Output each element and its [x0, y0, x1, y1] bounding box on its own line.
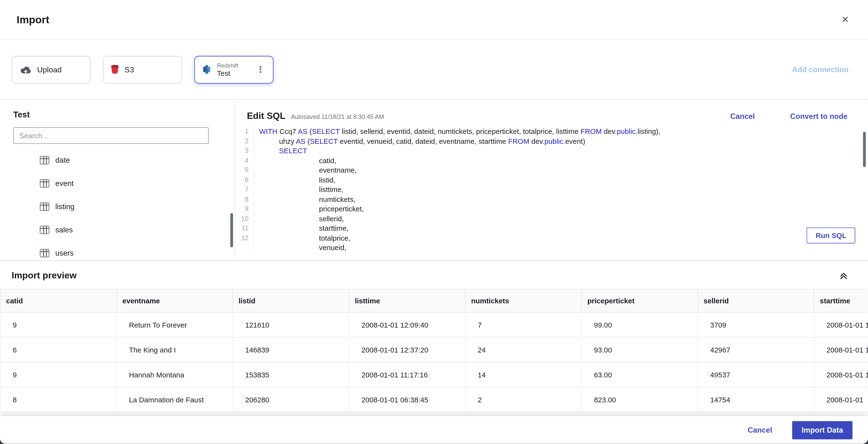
- column-header-priceperticket: priceperticket: [582, 289, 698, 312]
- table-cell: Return To Forever: [117, 312, 233, 337]
- upload-card[interactable]: Upload: [11, 56, 91, 83]
- page-title: Import: [17, 13, 50, 26]
- table-icon: [40, 249, 50, 257]
- table-cell: 14: [465, 362, 582, 387]
- sql-code-line: uhzy AS (SELECT eventid, venueid, catid,…: [259, 136, 660, 146]
- sidebar-item-label: users: [56, 249, 73, 257]
- footer-cancel-link[interactable]: Cancel: [748, 426, 772, 434]
- table-cell: 49537: [698, 362, 814, 387]
- import-data-button[interactable]: Import Data: [792, 421, 852, 439]
- table-cell: 206280: [233, 387, 349, 412]
- table-row: 9Hannah Montana1538352008-01-01 11:17:16…: [0, 362, 868, 387]
- close-icon: ✕: [841, 14, 849, 25]
- column-header-sellerid: sellerid: [698, 289, 814, 312]
- sql-code-line: priceperticket,: [259, 204, 660, 214]
- schema-sidebar: Test dateeventlistingsalesusers: [0, 99, 235, 260]
- column-header-numtickets: numtickets: [465, 289, 582, 312]
- collapse-preview-button[interactable]: [840, 272, 847, 279]
- table-cell: 2008-01-01 1: [814, 337, 868, 362]
- dialog-header: Import ✕: [0, 0, 868, 40]
- table-icon: [40, 156, 50, 164]
- sidebar-scrollbar[interactable]: [230, 213, 233, 247]
- sidebar-item-listing[interactable]: listing: [0, 195, 235, 218]
- table-cell: 146839: [233, 337, 349, 362]
- kebab-menu-icon[interactable]: ⋮: [255, 64, 266, 74]
- table-cell: 121610: [233, 312, 349, 337]
- add-connection-link[interactable]: Add connection: [792, 65, 848, 73]
- table-cell: 823.00: [582, 387, 698, 412]
- column-header-catid: catid: [0, 289, 117, 312]
- line-number: 2: [235, 136, 248, 146]
- line-number: 8: [235, 194, 248, 204]
- sidebar-item-users[interactable]: users: [0, 241, 235, 260]
- sql-code-line: venueid,: [259, 243, 660, 253]
- editor-cancel-link[interactable]: Cancel: [730, 112, 755, 121]
- editor-title: Edit SQL: [247, 110, 285, 121]
- content-area: Test dateeventlistingsalesusers Edit SQL…: [0, 99, 868, 260]
- line-number: 6: [235, 175, 248, 185]
- table-cell: 7: [465, 312, 582, 337]
- table-cell: 153835: [233, 362, 349, 387]
- sql-code-line: starttime,: [259, 223, 660, 233]
- table-cell: 9: [0, 362, 117, 387]
- table-cell: 6: [0, 337, 117, 362]
- table-row: 6The King and I1468392008-01-01 12:37:20…: [0, 337, 868, 362]
- editor-scrollbar[interactable]: [863, 132, 866, 167]
- sidebar-item-label: sales: [56, 225, 73, 233]
- table-cell: 2008-01-01 11:17:16: [349, 362, 465, 387]
- sql-editor-panel: Edit SQL Autosaved 11/18/21 at 8:30:45 A…: [235, 99, 868, 260]
- preview-table: catideventnamelistidlisttimenumticketspr…: [0, 289, 868, 412]
- table-cell: 2008-01-01 12:09:40: [349, 312, 465, 337]
- sql-code-line: listid,: [259, 175, 660, 185]
- sidebar-item-date[interactable]: date: [0, 149, 235, 172]
- column-header-eventname: eventname: [117, 289, 233, 312]
- sidebar-item-sales[interactable]: sales: [0, 218, 235, 241]
- column-header-starttime: starttime: [814, 289, 868, 312]
- autosave-text: Autosaved 11/18/21 at 8:30:45 AM: [291, 114, 384, 120]
- sql-code-line: totalprice,: [259, 233, 660, 243]
- table-cell: 9: [0, 312, 117, 337]
- redshift-icon: [202, 65, 211, 74]
- connection-sources-row: Upload S3 Redshift Test ⋮: [0, 40, 868, 100]
- redshift-card-text: Redshift Test: [217, 62, 238, 77]
- redshift-type-label: Redshift: [217, 62, 238, 69]
- double-chevron-up-icon: [840, 272, 847, 279]
- sidebar-item-label: listing: [56, 202, 74, 211]
- line-number: 1: [235, 127, 248, 136]
- s3-card[interactable]: S3: [103, 56, 182, 83]
- table-cell: 3709: [698, 312, 814, 337]
- sql-code-line: catid,: [259, 156, 660, 165]
- table-cell: 99.00: [582, 312, 698, 337]
- table-cell: 93.00: [582, 337, 698, 362]
- redshift-card-selected[interactable]: Redshift Test ⋮: [194, 56, 273, 83]
- table-icon: [40, 179, 50, 187]
- table-cell: Hannah Montana: [117, 362, 233, 387]
- table-row: 8La Damnation de Faust2062802008-01-01 0…: [0, 387, 868, 412]
- convert-to-node-link[interactable]: Convert to node: [790, 112, 848, 121]
- search-input[interactable]: [13, 127, 209, 144]
- column-header-listtime: listtime: [349, 289, 465, 312]
- table-cell: 2: [465, 387, 582, 412]
- sql-code-line: numtickets,: [259, 194, 660, 204]
- line-number: 12: [235, 233, 248, 243]
- table-cell: The King and I: [117, 337, 233, 362]
- table-cell: 2008-01-01 06:38:45: [349, 387, 465, 412]
- cloud-upload-icon: [20, 65, 31, 74]
- sidebar-item-event[interactable]: event: [0, 172, 235, 195]
- table-list: dateeventlistingsalesusers: [0, 149, 235, 260]
- import-dialog: Import ✕ Upload: [0, 0, 868, 444]
- table-cell: 42967: [698, 337, 814, 362]
- preview-header: Import preview: [0, 261, 868, 281]
- table-cell: 8: [0, 387, 117, 412]
- run-sql-button[interactable]: Run SQL: [807, 227, 855, 243]
- table-cell: La Damnation de Faust: [117, 387, 233, 412]
- close-button[interactable]: ✕: [841, 15, 849, 25]
- sidebar-title: Test: [13, 110, 235, 119]
- sql-code-line: SELECT: [259, 146, 660, 156]
- table-cell: 2008-01-01 12:37:20: [349, 337, 465, 362]
- table-cell: 2008-01-01 1: [814, 312, 868, 337]
- line-numbers: 123456789101112: [235, 127, 254, 253]
- sidebar-item-label: date: [56, 156, 70, 164]
- sql-editor[interactable]: 123456789101112 WITH Ccq7 AS (SELECT lis…: [235, 127, 868, 253]
- table-icon: [40, 225, 50, 233]
